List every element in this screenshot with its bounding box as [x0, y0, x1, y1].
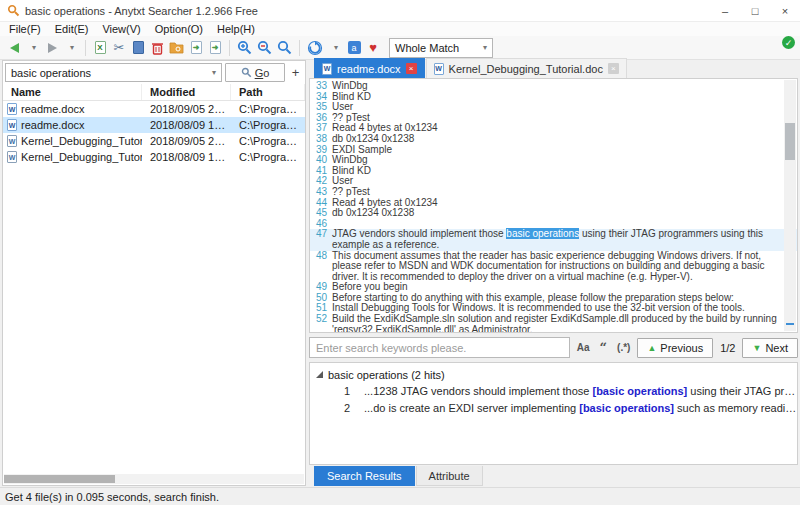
regex-button[interactable]: (.*)	[614, 342, 633, 353]
delete-button[interactable]	[148, 38, 166, 58]
file-name: readme.docx	[21, 119, 85, 131]
zoom-in-button[interactable]	[235, 38, 254, 58]
match-mode-select[interactable]: Whole Match ▾	[389, 38, 493, 58]
line-text: EXDI Sample	[332, 145, 797, 156]
arrow-down-icon: ▼	[752, 343, 761, 353]
search-icon	[241, 67, 252, 78]
scrollbar-thumb[interactable]	[4, 475, 115, 483]
forward-button[interactable]	[43, 38, 61, 58]
chevron-down-icon: ▾	[483, 43, 487, 52]
back-dropdown[interactable]: ▾	[24, 38, 42, 58]
match-marker	[786, 323, 794, 325]
file-row[interactable]: WKernel_Debugging_Tutorial...2018/08/09 …	[3, 149, 305, 165]
text-before-match: JTAG vendors should implement those	[332, 228, 506, 239]
previous-button[interactable]: ▲ Previous	[637, 338, 713, 358]
results-list: 1...1238 JTAG vendors should implement t…	[310, 382, 797, 416]
back-icon	[10, 43, 19, 53]
menu-item-option[interactable]: Option(O)	[148, 23, 210, 35]
status-bar: Get 4 file(s) in 0.095 seconds, search f…	[0, 487, 800, 505]
refresh-icon	[307, 40, 323, 56]
scrollbar-thumb[interactable]	[785, 123, 795, 161]
doc-line: 38db 0x1234 0x1238	[310, 134, 797, 145]
tab-attribute[interactable]: Attribute	[416, 466, 483, 486]
search-row: basic operations ▾ Go +	[3, 61, 305, 84]
doc-line: 52Build the ExdiKdSample.sln solution an…	[310, 314, 797, 333]
line-number: 43	[310, 187, 332, 198]
menu-item-edit[interactable]: Edit(E)	[48, 23, 96, 35]
line-text: User	[332, 102, 797, 113]
file-list: Wreadme.docx2018/09/05 20:55:28C:\Progra…	[3, 101, 305, 165]
column-header-path[interactable]: Path	[231, 84, 305, 100]
menu-item-view[interactable]: View(V)	[95, 23, 147, 35]
forward-dropdown[interactable]: ▾	[62, 38, 80, 58]
arrow-up-icon: ▲	[647, 343, 656, 353]
line-number: 33	[310, 81, 332, 92]
refresh-button[interactable]	[305, 38, 325, 58]
menu-item-help[interactable]: Help(H)	[210, 23, 262, 35]
file-row[interactable]: WKernel_Debugging_Tutorial...2018/09/05 …	[3, 133, 305, 149]
result-pre: ...do is create an EXDI server implement…	[364, 402, 579, 414]
close-button[interactable]: ×	[770, 0, 800, 21]
app-icon	[7, 4, 20, 17]
import-document-button[interactable]: ➜	[206, 38, 224, 58]
export-excel-button[interactable]: X	[91, 38, 109, 58]
export-doc-icon: ➜	[191, 41, 202, 54]
file-name-cell: WKernel_Debugging_Tutorial...	[3, 151, 142, 163]
copy-button[interactable]	[129, 38, 147, 58]
close-icon[interactable]: ×	[406, 63, 417, 74]
line-text: WinDbg	[332, 155, 797, 166]
search-query: basic operations	[11, 67, 210, 79]
column-header-modified[interactable]: Modified	[142, 84, 231, 100]
minimize-button[interactable]: –	[710, 0, 740, 21]
open-folder-button[interactable]	[167, 38, 186, 58]
vertical-scrollbar[interactable]	[784, 80, 796, 331]
line-text: User	[332, 176, 797, 187]
excel-icon: X	[95, 41, 106, 54]
zoom-reset-button[interactable]	[275, 38, 294, 58]
tree-expander-icon[interactable]	[316, 371, 323, 378]
file-row[interactable]: Wreadme.docx2018/09/05 20:55:28C:\Progra…	[3, 101, 305, 117]
go-button[interactable]: Go	[225, 63, 285, 82]
file-modified: 2018/08/09 17:44:32	[142, 119, 231, 131]
tab-kernel[interactable]: WKernel_Debugging_Tutorial.doc×	[426, 58, 627, 78]
find-input[interactable]	[309, 337, 570, 358]
word-doc-icon: W	[322, 63, 332, 75]
result-item[interactable]: 1...1238 JTAG vendors should implement t…	[310, 382, 797, 399]
line-text: ?? pTest	[332, 187, 797, 198]
toolbar: ▾ ▾ X ✂ ➜ ➜	[0, 36, 800, 60]
doc-line: 47JTAG vendors should implement those ba…	[310, 229, 797, 250]
result-pre: ...1238 JTAG vendors should implement th…	[364, 385, 592, 397]
file-name-cell: Wreadme.docx	[3, 119, 142, 131]
donate-button[interactable]: ♥	[364, 38, 382, 58]
previous-label: Previous	[660, 342, 703, 354]
search-icon	[277, 40, 292, 55]
language-button[interactable]: a	[345, 38, 363, 58]
file-name: Kernel_Debugging_Tutorial...	[21, 135, 142, 147]
refresh-dropdown[interactable]: ▾	[326, 38, 344, 58]
menu-item-file[interactable]: File(F)	[2, 23, 48, 35]
zoom-out-button[interactable]	[255, 38, 274, 58]
language-icon: a	[348, 41, 361, 54]
doc-line: 39EXDI Sample	[310, 145, 797, 156]
match-case-button[interactable]: Aa	[574, 342, 593, 353]
line-number: 47	[310, 229, 332, 250]
file-row[interactable]: Wreadme.docx2018/08/09 17:44:32C:\Progra…	[3, 117, 305, 133]
maximize-button[interactable]: □	[740, 0, 770, 21]
tab-readme[interactable]: Wreadme.docx×	[314, 58, 425, 78]
results-group-header[interactable]: basic operations (2 hits)	[310, 367, 797, 382]
back-button[interactable]	[5, 38, 23, 58]
add-tab-button[interactable]: +	[288, 63, 303, 82]
next-button[interactable]: ▼ Next	[742, 338, 798, 358]
trash-icon	[151, 41, 164, 55]
export-document-button[interactable]: ➜	[187, 38, 205, 58]
horizontal-scrollbar[interactable]	[4, 474, 304, 484]
column-header-name[interactable]: Name	[3, 84, 142, 100]
search-input[interactable]: basic operations ▾	[5, 63, 222, 82]
result-item[interactable]: 2...do is create an EXDI server implemen…	[310, 399, 797, 416]
file-name: readme.docx	[21, 103, 85, 115]
whole-word-button[interactable]: “	[597, 344, 610, 352]
forward-icon	[48, 43, 57, 53]
cut-button[interactable]: ✂	[110, 38, 128, 58]
close-icon[interactable]: ×	[608, 63, 619, 74]
tab-search-results[interactable]: Search Results	[314, 466, 415, 486]
